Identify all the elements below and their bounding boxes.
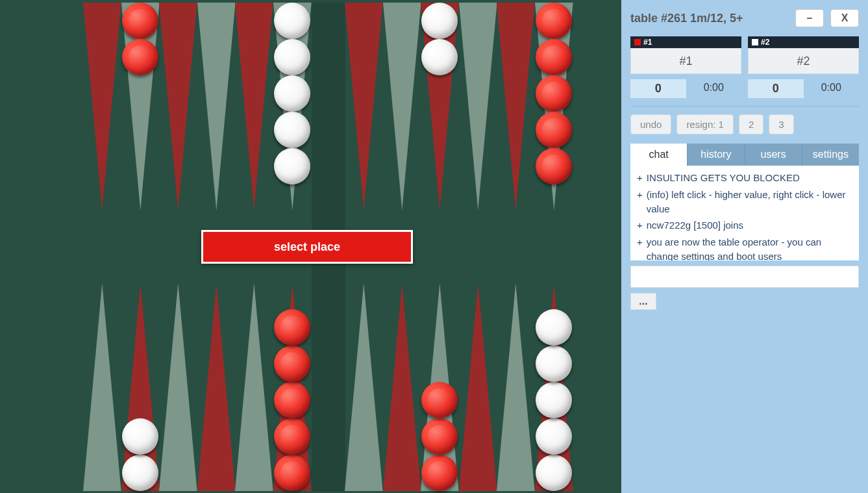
svg-marker-21 (459, 283, 497, 491)
point-21[interactable] (421, 3, 459, 210)
white-checker[interactable] (536, 455, 572, 491)
player-2-score-row: 0 0:00 (748, 79, 859, 98)
point-10[interactable] (159, 283, 197, 491)
player-2-seat[interactable]: #2 (748, 48, 859, 74)
chat-message: +you are now the table operator - you ca… (637, 235, 852, 260)
white-checker[interactable] (122, 418, 158, 455)
player-1-score-row: 0 0:00 (630, 79, 741, 98)
red-checker[interactable] (122, 3, 158, 39)
point-5[interactable] (383, 283, 421, 491)
chat-message: +(info) left click - higher value, right… (637, 188, 852, 216)
point-7[interactable] (273, 283, 312, 491)
point-6[interactable] (345, 283, 383, 491)
chat-bullet-icon: + (637, 171, 643, 185)
point-1[interactable] (535, 283, 573, 491)
point-14[interactable] (121, 3, 160, 210)
point-3[interactable] (459, 283, 497, 491)
white-checker[interactable] (122, 455, 158, 491)
chat-message: +ncw7222g [1500] joins (637, 218, 852, 233)
player-1-time: 0:00 (686, 79, 742, 98)
red-checker[interactable] (274, 309, 310, 346)
red-checker[interactable] (536, 148, 572, 184)
tab-users[interactable]: users (745, 144, 802, 166)
player-1: #1 #1 0 0:00 (630, 36, 741, 98)
white-checker[interactable] (536, 346, 572, 382)
player-2-tag: #2 (748, 36, 859, 48)
red-checker[interactable] (274, 382, 310, 418)
resign-2-button[interactable]: 2 (739, 114, 763, 134)
point-8[interactable] (235, 283, 273, 491)
red-checker[interactable] (421, 455, 458, 491)
red-checker[interactable] (536, 3, 572, 39)
point-9[interactable] (197, 283, 236, 491)
svg-marker-2 (159, 3, 197, 210)
chat-bullet-icon: + (637, 218, 643, 233)
tab-history[interactable]: history (687, 144, 744, 166)
white-checker[interactable] (274, 39, 310, 75)
point-2[interactable] (497, 283, 535, 491)
white-checker[interactable] (536, 382, 572, 418)
point-24[interactable] (535, 3, 573, 210)
white-checker[interactable] (536, 418, 572, 455)
player-1-seat[interactable]: #1 (630, 48, 741, 74)
table-title: table #261 1m/12, 5+ (630, 12, 789, 25)
player-2-score: 0 (748, 79, 804, 98)
red-checker[interactable] (274, 346, 310, 382)
player-1-tag: #1 (630, 36, 741, 48)
points-bottom-left (83, 283, 312, 491)
svg-marker-0 (83, 3, 121, 210)
chat-message-text: ncw7222g [1500] joins (647, 218, 852, 233)
svg-marker-13 (383, 3, 421, 210)
point-11[interactable] (121, 283, 160, 491)
point-16[interactable] (197, 3, 236, 210)
white-checker[interactable] (274, 112, 310, 148)
chat-bullet-icon: + (637, 235, 643, 260)
point-13[interactable] (83, 3, 121, 210)
point-15[interactable] (159, 3, 197, 210)
point-17[interactable] (235, 3, 273, 210)
red-checker[interactable] (536, 112, 572, 148)
red-checker[interactable] (536, 39, 572, 75)
player-1-color-icon (634, 39, 641, 45)
select-place-button[interactable]: select place (201, 230, 413, 264)
tab-settings[interactable]: settings (802, 144, 859, 166)
player-2-time: 0:00 (804, 79, 860, 98)
chat-more-button[interactable]: ... (630, 293, 656, 310)
white-checker[interactable] (421, 3, 458, 39)
point-22[interactable] (459, 3, 497, 210)
red-checker[interactable] (536, 75, 572, 112)
white-checker[interactable] (536, 309, 572, 346)
svg-marker-4 (235, 3, 273, 210)
svg-marker-3 (197, 3, 236, 210)
undo-button[interactable]: undo (630, 114, 671, 134)
tab-chat[interactable]: chat (630, 144, 687, 166)
red-checker[interactable] (421, 418, 458, 455)
white-checker[interactable] (274, 3, 310, 39)
point-20[interactable] (383, 3, 421, 210)
white-checker[interactable] (274, 148, 310, 184)
point-18[interactable] (273, 3, 312, 210)
resign-3-button[interactable]: 3 (769, 114, 793, 134)
white-checker[interactable] (274, 75, 310, 112)
minimize-button[interactable]: – (795, 9, 824, 27)
tabs: chat history users settings (630, 144, 859, 166)
point-4[interactable] (421, 283, 459, 491)
red-checker[interactable] (122, 39, 158, 75)
resign-button[interactable]: resign: 1 (676, 114, 734, 134)
red-checker[interactable] (274, 418, 310, 455)
red-checker[interactable] (274, 455, 310, 491)
red-checker[interactable] (421, 382, 458, 418)
chat-message-text: INSULTING GETS YOU BLOCKED (647, 171, 852, 185)
point-19[interactable] (345, 3, 383, 210)
svg-marker-19 (383, 283, 421, 491)
chat-log[interactable]: +INSULTING GETS YOU BLOCKED+(info) left … (630, 166, 859, 260)
close-button[interactable]: X (830, 9, 859, 27)
players-row: #1 #1 0 0:00 #2 #2 0 0:00 (630, 36, 859, 98)
points-bottom-right (345, 283, 573, 491)
action-row: undo resign: 1 2 3 (630, 114, 859, 134)
chat-input[interactable] (630, 266, 859, 288)
player-2-color-icon (752, 39, 758, 45)
white-checker[interactable] (421, 39, 458, 75)
point-12[interactable] (83, 283, 121, 491)
point-23[interactable] (497, 3, 535, 210)
